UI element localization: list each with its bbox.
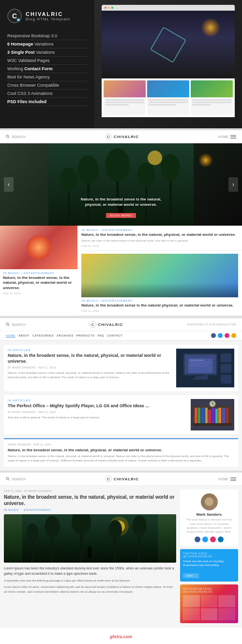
browser-close [105,7,106,9]
featured-img-1 [176,349,234,387]
svg-point-13 [161,154,180,181]
featured-post-1: IN ARTICLES Nature, in the broadest sens… [4,345,238,391]
svg-rect-28 [190,366,207,367]
post-main-image [4,514,176,563]
nav-menu: HOME ABOUT CATEGORIES ARCHIVES PRODUCTS … [6,334,122,337]
post-card-flower-text: IN MUSIC / ENTERTAINMENT Nature, in the … [0,269,77,297]
search-icon-3 [6,477,10,481]
nav-search-2: SEARCH [6,322,26,326]
svg-rect-36 [198,408,200,423]
nav-brand-name-1: CHIVALRIC [114,135,139,139]
post-body-text-1: Lorem Ipsum has been the industry's stan… [4,566,176,576]
post-date-3: FEB 11, 2016 [81,309,238,312]
svg-rect-34 [193,423,232,426]
post-label-2: IN ARTICLES [8,399,187,402]
slider-prev-button[interactable]: ‹ [4,177,14,192]
promo-mockup-bg [94,0,242,128]
post-cat-3: IN MUSIC / ENTERTAINMENT [81,299,238,302]
menu-contact[interactable]: CONTACT [107,334,122,337]
post-card-item-2-text: IN MUSIC / ENTERTAINMENT Nature, in the … [81,299,238,312]
menu-home[interactable]: HOME [6,334,15,337]
instagram-icon[interactable] [225,333,229,338]
post-category-1: IN MUSIC / ENTERTAINMENT [3,272,75,275]
browser-maximize [111,7,113,9]
navbar-3: SEARCH C CHIVALRIC HOME [0,473,242,486]
author-twitter-icon[interactable] [202,537,208,542]
instagram-thumb-5 [201,608,218,620]
main-post: FEB 11, 2016 · BY MARK SANDERS Nature, i… [4,490,176,623]
post-card-flower: IN MUSIC / ENTERTAINMENT Nature, in the … [0,226,77,316]
text-line [105,102,144,103]
flower-circle [27,235,51,260]
menu-archives[interactable]: ARCHIVES [57,334,74,337]
menu-about[interactable]: ABOUT [18,334,30,337]
text-line [149,99,188,101]
feature-contact: Working Contact Form [7,65,87,73]
instagram-widget: INSTAGRAM FEED @chivalricblog [180,584,238,623]
instagram-thumb-3 [218,595,235,607]
mini-card-text-3 [191,97,233,107]
svg-point-54 [27,523,38,541]
post-card-item-1: IN MUSIC / ENTERTAINMENT Nature, in the … [77,226,242,251]
featured-text-1: IN ARTICLES Nature, in the broadest sens… [8,349,172,379]
blog-preview-2: SEARCH C CHIVALRIC SUBSCRIBE TO OUR NEWS… [0,318,242,471]
hamburger-line [230,138,236,138]
mini-card-img-3 [191,80,233,97]
rss-icon[interactable] [231,333,236,338]
colorful-image [81,254,238,297]
blog-content-2: IN ARTICLES Nature, in the broadest sens… [0,341,242,471]
post-title-2: Nature, in the broadest sense, is the na… [81,232,238,237]
author-widget: Mark Sanders The word Nature is derived … [180,490,238,546]
twitter-widget: TWITTER FEED · @chivalricblog Check out … [180,549,238,582]
nav-brand-name-2: CHIVALRIC [98,322,123,327]
home-label-1: HOME [218,135,228,138]
nav-brand-2: C CHIVALRIC [90,321,123,328]
medium-img-1 [191,399,234,430]
text-line [105,104,128,106]
facebook-icon[interactable] [211,333,216,338]
mini-card-img-2 [147,80,189,97]
post-title-featured-1: Nature, in the broadest sense, is the na… [8,353,172,364]
author-facebook-icon[interactable] [195,537,200,542]
svg-rect-29 [221,353,231,362]
nav-brand-1: C CHIVALRIC [105,133,139,140]
post-main-title: Nature, in the broadest sense, is the na… [4,494,176,506]
svg-rect-63 [88,549,91,558]
twitter-cta-button[interactable]: I SAY ... [183,570,235,579]
menu-faq[interactable]: FAQ [97,334,104,337]
blog-preview-1: SEARCH C CHIVALRIC HOME [0,130,242,316]
navbar-1: SEARCH C CHIVALRIC HOME [0,130,242,143]
strip-text: Nature, in the broadest sense, is the na… [8,454,234,463]
watermark-text: gfxtra.com [110,634,132,639]
search-icon [6,135,10,138]
hamburger-line [230,479,236,479]
browser-content-dark [102,11,235,78]
author-instagram-icon[interactable] [210,537,216,542]
avatar-face [205,497,213,506]
search-icon-2 [6,322,10,326]
mini-card-3 [191,80,233,115]
post-hero-svg [4,514,176,563]
feature-responsive: Responsive Bootstrap 3.0 [7,32,87,40]
menu-products[interactable]: PRODUCTS [76,334,95,337]
post-header-meta: FEB 11, 2016 · BY MARK SANDERS [4,490,176,492]
menu-categories[interactable]: CATEGORIES [32,334,54,337]
svg-point-11 [106,148,130,182]
twitter-icon[interactable] [218,333,223,338]
hamburger-line [230,135,236,136]
hero-read-more-button[interactable]: READ MORE [106,213,136,218]
twitter-header: TWITTER FEED · @chivalricblog [183,552,235,558]
hamburger-icon-1[interactable] [230,135,236,138]
post-text-2: And also to life in general. The study o… [8,415,187,420]
svg-rect-38 [205,408,208,423]
post-byline-1: BY MARK SANDERS · FEB 11, 2016 [8,366,172,369]
nav-subscribe: SUBSCRIBE TO OUR NEWSLETTER [187,323,236,326]
hero-caption-text: Nature, in the broadest sense is the nat… [77,197,165,207]
text-line [149,102,188,103]
desktop-illustration [176,349,234,387]
nav-brand-3: C CHIVALRIC [105,475,139,482]
author-linkedin-icon[interactable] [218,537,224,542]
slider-next-button[interactable]: › [228,177,238,192]
instagram-header: INSTAGRAM FEED @chivalricblog [183,587,235,593]
hamburger-icon-3[interactable] [230,477,236,481]
